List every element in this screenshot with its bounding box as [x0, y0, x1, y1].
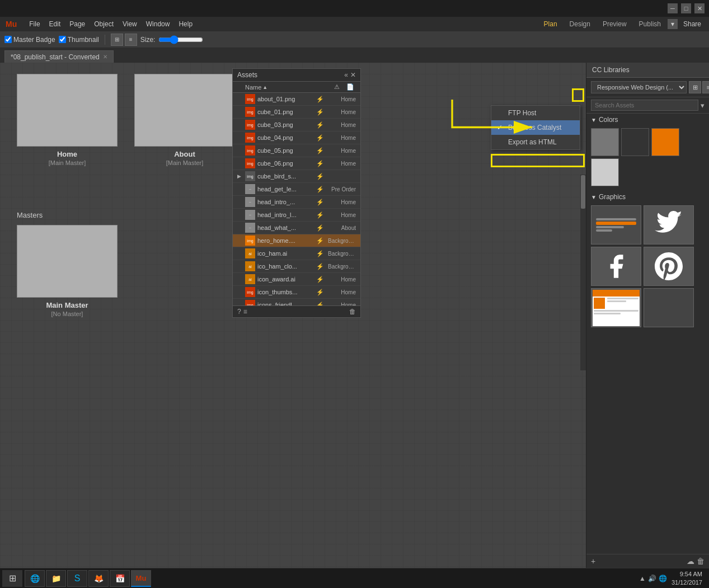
- dropdown-ftp-host[interactable]: FTP Host: [491, 106, 580, 120]
- cc-graphics-section-header[interactable]: ▼ Graphics: [586, 191, 709, 203]
- cc-graphic-pinterest[interactable]: [644, 247, 694, 286]
- assets-row[interactable]: ·· head_what_... ⚡ About: [233, 222, 360, 234]
- nav-preview[interactable]: Preview: [597, 17, 632, 31]
- nav-design[interactable]: Design: [564, 17, 596, 31]
- cc-graphic-twitter[interactable]: [644, 205, 694, 244]
- cc-list-view-button[interactable]: ≡: [702, 81, 709, 93]
- expand-icon[interactable]: ▶: [237, 173, 243, 179]
- assets-row[interactable]: img about_01.png ⚡ Home: [233, 93, 360, 106]
- assets-col-name-header[interactable]: Name ▲: [245, 84, 329, 91]
- assets-row[interactable]: ·· head_intro_l... ⚡ Home: [233, 209, 360, 222]
- cc-grid-view-button[interactable]: ⊞: [689, 81, 701, 93]
- color-swatch-3[interactable]: [651, 128, 679, 156]
- asset-warn: ⚡: [314, 276, 326, 283]
- assets-options-button[interactable]: ≡: [243, 308, 247, 316]
- page-item-about[interactable]: About [Main Master]: [134, 74, 235, 166]
- cc-graphic-screenshot[interactable]: [591, 288, 641, 327]
- color-swatch-2[interactable]: [621, 128, 649, 156]
- page-item-home[interactable]: Home [Main Master]: [17, 74, 118, 166]
- taskbar-explorer[interactable]: 📁: [46, 570, 66, 587]
- assets-close-button[interactable]: ✕: [350, 71, 356, 79]
- taskbar-tray: ▲ 🔊 🌐: [639, 575, 667, 582]
- menu-view[interactable]: View: [118, 17, 142, 31]
- assets-row[interactable]: ·· head_intro_... ⚡ Home: [233, 196, 360, 209]
- dropdown-export-html[interactable]: Export as HTML: [491, 135, 580, 149]
- assets-row[interactable]: ai ico_ham_clo... ⚡ Background: [233, 260, 360, 273]
- list-view-button[interactable]: ≡: [125, 34, 137, 46]
- cc-search-dropdown-button[interactable]: ▾: [701, 101, 705, 110]
- assets-row[interactable]: img icons_friendl... ⚡ Home: [233, 299, 360, 305]
- assets-row[interactable]: ·· head_get_le... ⚡ Pre Order: [233, 183, 360, 196]
- share-button[interactable]: Share: [678, 20, 707, 28]
- cc-colors-section-header[interactable]: ▼ Colors: [586, 114, 709, 126]
- asset-warn: ⚡: [314, 160, 326, 167]
- tab-close-button[interactable]: ✕: [103, 54, 107, 60]
- menu-object[interactable]: Object: [90, 17, 118, 31]
- nav-publish[interactable]: Publish: [633, 17, 666, 31]
- clock-date: 31/12/2017: [672, 578, 702, 586]
- assets-row-selected[interactable]: img hero_home.... ⚡ Background: [233, 234, 360, 247]
- page-master-home: [Main Master]: [49, 159, 86, 166]
- minimize-button[interactable]: ─: [668, 3, 678, 13]
- page-thumbnail-home[interactable]: [17, 74, 118, 147]
- start-button[interactable]: ⊞: [2, 570, 22, 587]
- cc-library-dropdown[interactable]: Responsive Web Design (...: [591, 81, 687, 93]
- assets-row[interactable]: img cube_06.png ⚡ Home: [233, 157, 360, 170]
- master-badge-checkbox[interactable]: Master Badge: [4, 36, 55, 44]
- publish-dropdown-button[interactable]: ▾: [668, 19, 678, 29]
- asset-name: cube_bird_s...: [257, 173, 312, 180]
- cc-add-button[interactable]: +: [591, 557, 595, 566]
- active-tab[interactable]: *08_publish_start - Converted ✕: [4, 50, 114, 63]
- cc-graphic-empty[interactable]: [644, 288, 694, 327]
- assets-row[interactable]: img cube_01.png ⚡ Home: [233, 106, 360, 119]
- assets-row[interactable]: ai icon_award.ai ⚡ Home: [233, 273, 360, 286]
- cc-graphic-1[interactable]: [591, 205, 641, 244]
- cc-delete-button[interactable]: 🗑: [697, 557, 705, 566]
- asset-warn: ⚡: [314, 263, 326, 270]
- nav-plan[interactable]: Plan: [538, 17, 563, 31]
- asset-location: Home: [328, 199, 356, 205]
- menu-window[interactable]: Window: [142, 17, 175, 31]
- cc-libraries-header: CC Libraries: [586, 63, 709, 78]
- assets-row[interactable]: img cube_05.png ⚡ Home: [233, 144, 360, 157]
- assets-delete-button[interactable]: 🗑: [349, 308, 356, 316]
- master-item-main[interactable]: Main Master [No Master]: [17, 225, 118, 317]
- cc-search-input[interactable]: [591, 100, 698, 111]
- assets-row[interactable]: img cube_04.png ⚡ Home: [233, 131, 360, 144]
- cc-graphic-facebook[interactable]: [591, 247, 641, 286]
- master-thumbnail[interactable]: [17, 225, 118, 298]
- color-swatch-4[interactable]: [591, 158, 619, 186]
- size-label: Size:: [140, 36, 156, 44]
- asset-icon: img: [245, 145, 255, 156]
- assets-row[interactable]: img cube_03.png ⚡ Home: [233, 119, 360, 131]
- taskbar-calendar[interactable]: 📅: [110, 570, 130, 587]
- dropdown-business-catalyst[interactable]: ✓ Business Catalyst: [491, 120, 580, 135]
- tray-icon-1: ▲: [639, 575, 646, 582]
- thumbnail-checkbox[interactable]: Thumbnail: [59, 36, 99, 44]
- page-master-about: [Main Master]: [166, 159, 204, 166]
- color-swatch-1[interactable]: [591, 128, 619, 156]
- assets-collapse-button[interactable]: «: [344, 71, 348, 79]
- menu-page[interactable]: Page: [65, 17, 90, 31]
- size-slider[interactable]: [158, 35, 203, 44]
- close-button[interactable]: ✕: [694, 3, 705, 13]
- canvas-scrollbar[interactable]: [580, 175, 586, 370]
- assets-row[interactable]: ▶ img cube_bird_s... ⚡: [233, 170, 360, 183]
- taskbar-muse[interactable]: Mu: [131, 570, 151, 587]
- scrollbar-thumb[interactable]: [581, 175, 585, 209]
- asset-name: ico_ham_clo...: [257, 263, 312, 270]
- cc-cloud-button[interactable]: ☁: [687, 557, 694, 566]
- taskbar-firefox[interactable]: 🦊: [88, 570, 109, 587]
- menu-help[interactable]: Help: [174, 17, 197, 31]
- maximize-button[interactable]: □: [681, 3, 691, 13]
- menu-edit[interactable]: Edit: [45, 17, 65, 31]
- page-thumbnail-about[interactable]: [134, 74, 235, 147]
- menu-file[interactable]: File: [25, 17, 44, 31]
- asset-location: Home: [328, 302, 356, 306]
- assets-help-button[interactable]: ?: [237, 308, 241, 316]
- taskbar-skype[interactable]: S: [67, 570, 87, 587]
- grid-view-button[interactable]: ⊞: [111, 34, 123, 46]
- taskbar-ie[interactable]: 🌐: [25, 570, 45, 587]
- assets-row[interactable]: img icon_thumbs... ⚡ Home: [233, 286, 360, 299]
- assets-row[interactable]: ai ico_ham.ai ⚡ Background: [233, 247, 360, 260]
